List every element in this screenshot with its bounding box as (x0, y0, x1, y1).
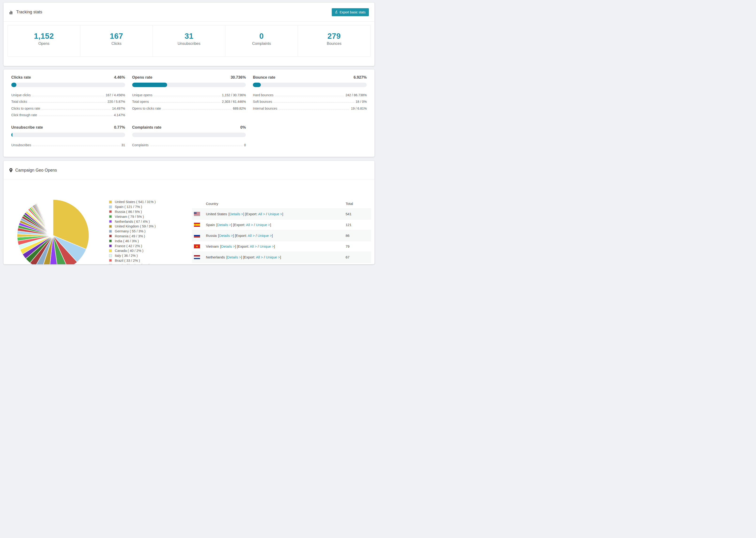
legend-label: Vietnam ( 79 / 5% ) (115, 215, 144, 219)
details-link[interactable]: Details > (221, 244, 235, 248)
rates-panel: Clicks rate 4.46% Unique clicks167 / 4.4… (4, 70, 374, 157)
detail-row: Clicks to opens rate14.497% (11, 104, 125, 111)
united-states-flag-icon (194, 212, 200, 216)
stat-clicks-value: 167 (80, 32, 153, 41)
detail-row: Unique opens1,152 / 30.736% (132, 91, 246, 98)
legend-label: Italy ( 36 / 2% ) (115, 254, 138, 257)
export-all-link[interactable]: All > (256, 255, 263, 259)
stat-complaints-label: Complaints (225, 41, 298, 46)
stat-clicks-label: Clicks (80, 41, 153, 46)
bounce-rate-bar (253, 82, 367, 87)
legend-swatch (109, 259, 112, 262)
geo-title-text: Campaign Geo Opens (15, 168, 57, 173)
stat-unsubscribes-value: 31 (153, 32, 225, 41)
row-links: [Details >] [Export: All > / Unique >] (216, 223, 271, 227)
export-button-label: Export basic stats (340, 10, 366, 14)
legend-swatch (109, 210, 112, 213)
geo-body: United States ( 541 / 31% )Spain ( 121 /… (4, 180, 374, 264)
stat-unsubscribes: 31 Unsubscribes (153, 26, 225, 56)
export-all-link[interactable]: All > (258, 212, 265, 216)
geo-pie-chart (15, 198, 91, 264)
details-link[interactable]: Details > (227, 255, 241, 259)
legend-swatch (109, 264, 112, 264)
legend-item-romania: Romania ( 49 / 3% ) (109, 234, 156, 239)
unsubscribe-rate-section: Unsubscribe rate 0.77% Unsubscribes31 (11, 125, 125, 148)
netherlands-flag-icon (194, 255, 200, 259)
legend-swatch (109, 230, 112, 233)
legend-label: South Africa ( 29 / 2% ) (115, 264, 150, 264)
legend-swatch (109, 254, 112, 257)
details-link[interactable]: Details > (229, 212, 243, 216)
legend-swatch (109, 215, 112, 218)
stat-unsubscribes-label: Unsubscribes (153, 41, 225, 46)
pie-slice-other[interactable] (53, 199, 53, 236)
bounce-rate-section: Bounce rate 6.927% Hard bounces242 / 86.… (253, 75, 367, 118)
clicks-rate-title: Clicks rate (11, 75, 31, 80)
detail-row: Click through rate4.147% (11, 111, 125, 118)
legend-item-france: France ( 42 / 2% ) (109, 243, 156, 248)
clicks-rate-value: 4.46% (114, 75, 125, 80)
row-total: 79 (346, 244, 350, 248)
legend-swatch (109, 244, 112, 247)
country-column-header: Country (206, 202, 218, 206)
geo-table-header: Country Total (192, 198, 371, 208)
legend-item-brazil: Brazil ( 33 / 2% ) (109, 258, 156, 263)
export-icon (335, 10, 338, 14)
export-unique-link[interactable]: Unique > (257, 234, 272, 238)
row-total: 121 (346, 223, 351, 227)
export-all-link[interactable]: All > (246, 223, 253, 227)
export-unique-link[interactable]: Unique > (260, 244, 274, 248)
legend-label: Germany ( 55 / 3% ) (115, 229, 145, 233)
row-total: 67 (346, 255, 350, 259)
export-all-link[interactable]: All > (248, 234, 255, 238)
russia-flag-icon (194, 234, 200, 238)
export-all-link[interactable]: All > (250, 244, 257, 248)
complaints-rate-bar (132, 133, 246, 137)
legend-item-vietnam: Vietnam ( 79 / 5% ) (109, 214, 156, 219)
clicks-rate-bar (11, 82, 125, 87)
campaign-geo-opens-panel: Campaign Geo Opens United States ( 541 /… (4, 161, 374, 264)
legend-item-germany: Germany ( 55 / 3% ) (109, 229, 156, 234)
detail-row: Internal bounces19 / 6.81% (253, 104, 367, 111)
country-name: Spain (206, 223, 215, 227)
row-links: [Details >] [Export: All > / Unique >] (220, 244, 275, 248)
stat-opens-value: 1,152 (8, 32, 80, 41)
stat-bounces-value: 279 (298, 32, 370, 41)
detail-row: Soft bounces18 / 0% (253, 98, 367, 104)
dashboard-page: Tracking stats Export basic stats 1,152 (0, 0, 378, 269)
stat-bounces-label: Bounces (298, 41, 370, 46)
detail-row: Opens to clicks rate689.82% (132, 104, 246, 111)
country-name: Russia (206, 234, 217, 238)
tracking-stats-panel: Tracking stats Export basic stats 1,152 (4, 3, 374, 66)
legend-label: Brazil ( 33 / 2% ) (115, 259, 140, 262)
export-unique-link[interactable]: Unique > (256, 223, 270, 227)
geo-legend: United States ( 541 / 31% )Spain ( 121 /… (109, 199, 156, 264)
country-name: United States (206, 212, 227, 216)
unsubscribe-rate-value: 0.77% (114, 125, 125, 130)
complaints-rate-title: Complaints rate (132, 125, 162, 130)
legend-label: Russia ( 86 / 5% ) (115, 210, 142, 214)
opens-rate-value: 30.736% (231, 75, 246, 80)
details-link[interactable]: Details > (219, 234, 233, 238)
legend-label: Canada ( 40 / 2% ) (115, 249, 143, 252)
export-unique-link[interactable]: Unique > (268, 212, 282, 216)
legend-label: Netherlands ( 67 / 4% ) (115, 220, 150, 224)
legend-label: India ( 46 / 3% ) (115, 239, 139, 243)
row-links: [Details >] [Export: All > / Unique >] (226, 255, 281, 259)
stat-opens: 1,152 Opens (8, 26, 80, 56)
detail-row: Complaints0 (132, 141, 246, 148)
table-row-russia: Russia [Details >] [Export: All > / Uniq… (192, 230, 371, 241)
vietnam-flag-icon (194, 244, 200, 248)
tracking-stats-title: Tracking stats (9, 10, 42, 15)
legend-swatch (109, 240, 112, 242)
export-unique-link[interactable]: Unique > (266, 255, 280, 259)
stat-clicks: 167 Clicks (80, 26, 153, 56)
stats-row: 1,152 Opens 167 Clicks 31 Unsubscribes 0… (8, 25, 370, 57)
legend-swatch (109, 200, 112, 203)
geo-header: Campaign Geo Opens (4, 161, 374, 180)
export-basic-stats-button[interactable]: Export basic stats (332, 8, 369, 16)
legend-item-canada: Canada ( 40 / 2% ) (109, 248, 156, 253)
details-link[interactable]: Details > (217, 223, 231, 227)
detail-row: Hard bounces242 / 86.738% (253, 91, 367, 98)
bounce-rate-title: Bounce rate (253, 75, 275, 80)
